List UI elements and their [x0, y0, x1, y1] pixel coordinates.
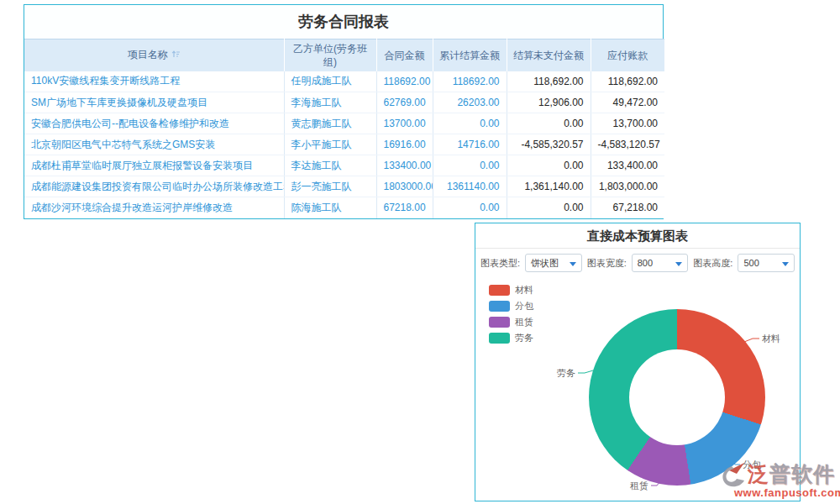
settled-amount-cell: 1361140.00	[433, 176, 507, 197]
contract-amount-cell: 13700.00	[376, 113, 433, 134]
contractor-cell: 任明成施工队	[284, 71, 376, 92]
contractor-cell: 李达施工队	[284, 155, 376, 176]
report-table-header: 项目名称 乙方单位(劳务班组) 合同金额 累计结算金额 结算未支付金额 应付账款	[24, 39, 664, 71]
contract-amount-cell: 16916.00	[376, 134, 433, 155]
chart-width-select[interactable]: 800	[632, 254, 689, 272]
chart-type-select[interactable]: 饼状图	[525, 254, 582, 272]
payable-cell: 13,700.00	[591, 113, 664, 134]
payable-cell: 67,218.00	[591, 197, 664, 218]
legend-swatch	[489, 317, 510, 328]
settled-amount-cell: 14716.00	[433, 134, 507, 155]
col-header-contract-amount[interactable]: 合同金额	[376, 39, 433, 71]
legend-item[interactable]: 劳务	[489, 332, 533, 344]
chart-height-label: 图表高度:	[693, 257, 732, 270]
contract-amount-cell: 118692.00	[376, 71, 433, 92]
project-name-cell[interactable]: 安徽合肥供电公司--配电设备检修维护和改造	[24, 113, 284, 134]
payable-cell: 118,692.00	[591, 71, 664, 92]
report-table-body: 110kV安徽线程集变开断线路工程任明成施工队118692.00118692.0…	[24, 71, 664, 218]
contractor-cell: 李小平施工队	[284, 134, 376, 155]
chart-controls: 图表类型: 饼状图 图表宽度: 800 图表高度: 500	[475, 249, 800, 274]
legend-swatch	[489, 301, 510, 312]
unpaid-amount-cell: 12,906.00	[507, 92, 591, 113]
unpaid-amount-cell: 0.00	[507, 197, 591, 218]
contractor-cell: 李海施工队	[284, 92, 376, 113]
contract-amount-cell: 133400.00	[376, 155, 433, 176]
project-name-cell[interactable]: 成都杜甫草堂临时展厅独立展柜报警设备安装项目	[24, 155, 284, 176]
chart-height-value: 500	[743, 258, 759, 268]
project-name-cell[interactable]: 成都能源建设集团投资有限公司临时办公场所装修改造工程EPC	[24, 176, 284, 197]
watermark-brand: 泛普软件	[748, 460, 835, 488]
fanpu-logo-icon	[719, 461, 748, 488]
legend-swatch	[489, 333, 510, 344]
chevron-down-icon	[570, 262, 576, 266]
unpaid-amount-cell: 118,692.00	[507, 71, 591, 92]
payable-cell: -4,583,120.57	[591, 134, 664, 155]
unpaid-amount-cell: 0.00	[507, 155, 591, 176]
legend-item[interactable]: 材料	[489, 284, 533, 296]
unpaid-amount-cell: -4,585,320.57	[507, 134, 591, 155]
contractor-cell: 陈海施工队	[284, 197, 376, 218]
col-header-unpaid-amount[interactable]: 结算未支付金额	[507, 39, 591, 71]
table-row[interactable]: 110kV安徽线程集变开断线路工程任明成施工队118692.00118692.0…	[24, 71, 664, 92]
table-row[interactable]: 成都能源建设集团投资有限公司临时办公场所装修改造工程EPC彭一亮施工队18030…	[24, 176, 664, 197]
chevron-down-icon	[782, 262, 789, 266]
legend-label: 劳务	[515, 332, 533, 344]
chart-width-label: 图表宽度:	[587, 257, 627, 270]
payable-cell: 133,400.00	[591, 155, 664, 176]
table-row[interactable]: 成都沙河环境综合提升改造运河护岸维修改造陈海施工队67218.000.000.0…	[24, 197, 664, 218]
settled-amount-cell: 26203.00	[433, 92, 507, 113]
col-header-payable[interactable]: 应付账款	[591, 39, 664, 71]
sort-icon[interactable]	[171, 49, 181, 62]
report-title: 劳务合同报表	[24, 5, 663, 39]
contract-amount-cell: 67218.00	[376, 197, 433, 218]
contractor-cell: 黄志鹏施工队	[284, 113, 376, 134]
project-name-cell[interactable]: 110kV安徽线程集变开断线路工程	[24, 71, 284, 92]
project-name-cell[interactable]: SM广场地下车库更换摄像机及硬盘项目	[24, 92, 284, 113]
contractor-cell: 彭一亮施工队	[284, 176, 376, 197]
table-row[interactable]: 北京朝阳区电气中芯特气系统之GMS安装李小平施工队16916.0014716.0…	[24, 134, 664, 155]
chart-height-select[interactable]: 500	[738, 254, 795, 272]
project-name-cell[interactable]: 北京朝阳区电气中芯特气系统之GMS安装	[24, 134, 284, 155]
legend-item[interactable]: 分包	[489, 300, 533, 312]
settled-amount-cell: 118692.00	[433, 71, 507, 92]
col-header-project-name[interactable]: 项目名称	[24, 39, 284, 71]
contract-amount-cell: 1803000.00	[376, 176, 433, 197]
chevron-down-icon	[675, 262, 682, 266]
table-row[interactable]: SM广场地下车库更换摄像机及硬盘项目李海施工队62769.0026203.001…	[24, 92, 664, 113]
project-name-cell[interactable]: 成都沙河环境综合提升改造运河护岸维修改造	[24, 197, 284, 218]
legend-swatch	[489, 285, 510, 296]
watermark: 泛普软件 www.fanpusoft.com	[719, 460, 840, 499]
slice-label-materials: 材料	[762, 333, 780, 344]
watermark-url: www.fanpusoft.com	[719, 486, 840, 499]
legend-label: 租赁	[515, 316, 533, 328]
settled-amount-cell: 0.00	[433, 197, 507, 218]
col-header-settled-amount[interactable]: 累计结算金额	[433, 39, 507, 71]
chart-panel-title: 直接成本预算图表	[475, 223, 800, 249]
donut-hole	[629, 349, 725, 445]
chart-width-value: 800	[638, 258, 653, 268]
contract-amount-cell: 62769.00	[376, 92, 433, 113]
legend-item[interactable]: 租赁	[489, 316, 533, 328]
table-row[interactable]: 成都杜甫草堂临时展厅独立展柜报警设备安装项目李达施工队133400.000.00…	[24, 155, 664, 176]
slice-label-rental: 租赁	[630, 480, 648, 491]
labor-contract-report-panel: 劳务合同报表 项目名称 乙方单位(劳务班组) 合同金额 累计结算金额 结算未支付…	[24, 4, 664, 219]
slice-label-labor: 劳务	[557, 368, 575, 378]
unpaid-amount-cell: 1,361,140.00	[507, 176, 591, 197]
legend-label: 材料	[515, 284, 533, 297]
settled-amount-cell: 0.00	[433, 113, 507, 134]
report-table: 项目名称 乙方单位(劳务班组) 合同金额 累计结算金额 结算未支付金额 应付账款…	[24, 39, 664, 218]
payable-cell: 1,803,000.00	[591, 176, 664, 197]
col-header-contractor[interactable]: 乙方单位(劳务班组)	[284, 39, 376, 71]
table-row[interactable]: 安徽合肥供电公司--配电设备检修维护和改造黄志鹏施工队13700.000.000…	[24, 113, 664, 134]
chart-legend: 材料分包租赁劳务	[489, 284, 533, 348]
unpaid-amount-cell: 0.00	[507, 113, 591, 134]
legend-label: 分包	[515, 300, 533, 312]
payable-cell: 49,472.00	[591, 92, 664, 113]
chart-type-label: 图表类型:	[480, 257, 520, 270]
settled-amount-cell: 0.00	[433, 155, 507, 176]
chart-type-value: 饼状图	[531, 258, 559, 268]
